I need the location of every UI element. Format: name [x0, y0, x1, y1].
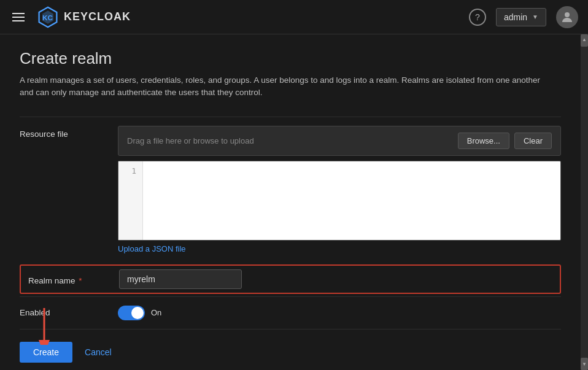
resource-file-label: Resource file	[20, 126, 118, 139]
action-row: Create Cancel	[20, 329, 561, 371]
svg-text:KC: KC	[42, 13, 53, 21]
help-button[interactable]: ?	[469, 9, 486, 26]
clear-button[interactable]: Clear	[514, 133, 552, 149]
user-avatar[interactable]	[556, 6, 578, 28]
svg-point-3	[565, 12, 570, 17]
navbar: KC KEYCLOAK ? admin ▼	[0, 0, 588, 34]
logo-text: KEYCLOAK	[64, 10, 131, 23]
admin-dropdown[interactable]: admin ▼	[496, 8, 546, 26]
scrollbar-track: ▲ ▼	[581, 34, 588, 370]
scroll-down-button[interactable]: ▼	[581, 358, 588, 370]
scroll-up-button[interactable]: ▲	[581, 34, 588, 47]
page-title: Create realm	[20, 49, 561, 68]
page-description: A realm manages a set of users, credenti…	[20, 74, 547, 99]
file-content-area: 1	[118, 161, 561, 241]
cancel-button[interactable]: Cancel	[85, 342, 112, 363]
required-indicator: *	[77, 276, 82, 285]
create-realm-form: Resource file Drag a file here or browse…	[20, 117, 561, 371]
toggle-area: On	[118, 306, 161, 320]
admin-label: admin	[504, 12, 527, 22]
enabled-toggle[interactable]	[118, 306, 145, 320]
keycloak-logo-icon: KC	[37, 6, 59, 28]
realm-name-field	[119, 269, 560, 289]
main-content: Create realm A realm manages a set of us…	[0, 34, 588, 370]
toggle-on-text: On	[151, 308, 161, 317]
avatar-icon	[560, 10, 574, 25]
enabled-label: Enabled	[20, 308, 118, 317]
upload-json-link[interactable]: Upload a JSON file	[118, 244, 186, 253]
menu-button[interactable]	[10, 10, 27, 24]
file-upload-area[interactable]: Drag a file here or browse to upload Bro…	[118, 126, 561, 156]
code-content[interactable]	[143, 161, 560, 240]
create-button[interactable]: Create	[20, 342, 72, 363]
realm-name-input[interactable]	[119, 269, 242, 289]
upload-placeholder: Drag a file here or browse to upload	[127, 136, 453, 145]
realm-name-label: Realm name *	[21, 272, 119, 285]
enabled-row: Enabled On	[20, 296, 561, 329]
chevron-down-icon: ▼	[532, 13, 538, 20]
realm-name-row: Realm name *	[20, 264, 561, 294]
resource-file-field: Drag a file here or browse to upload Bro…	[118, 126, 561, 253]
browse-button[interactable]: Browse...	[458, 133, 509, 149]
line-numbers: 1	[118, 161, 143, 240]
logo-area: KC KEYCLOAK	[37, 6, 131, 28]
resource-file-row: Resource file Drag a file here or browse…	[20, 117, 561, 262]
